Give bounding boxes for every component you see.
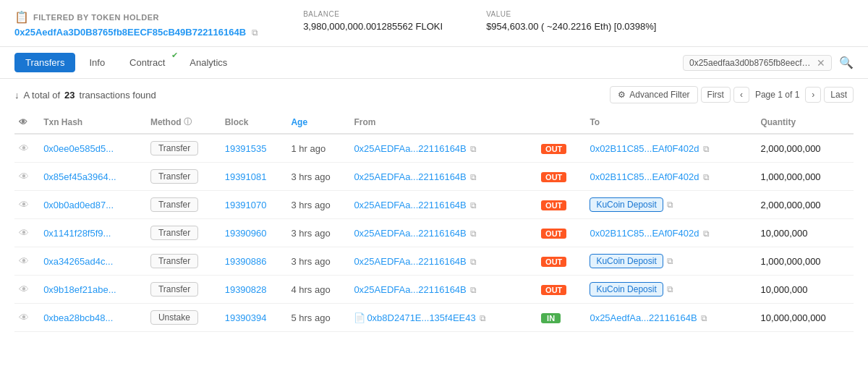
eye-button[interactable]: 👁 [19,199,29,210]
tabs-left: Transfers Info Contract ✔ Analytics [14,53,238,72]
age-text: 1 hr ago [291,143,326,154]
tab-contract[interactable]: Contract ✔ [119,53,176,72]
from-cell: 📄0xb8D2471E...135f4EE43 ⧉ [349,304,537,332]
age-text: 3 hrs ago [291,171,330,182]
copy-to-button[interactable]: ⧉ [665,256,675,266]
quantity-cell: 10,000,000,000 [756,304,854,332]
to-cell: 0x25AedfAa...22116164B ⧉ [585,304,756,332]
eye-button[interactable]: 👁 [19,142,29,154]
prev-page-button[interactable]: ‹ [733,87,749,103]
txn-hash-link[interactable]: 0xbea28bcb48... [43,312,113,323]
to-link[interactable]: 0x02B11C85...EAf0F402d [590,171,699,182]
clear-filter-button[interactable]: ✕ [817,58,825,68]
block-link[interactable]: 19390886 [225,256,267,267]
summary-suffix: transactions found [80,90,156,101]
search-button[interactable]: 🔍 [839,56,854,69]
out-badge: OUT [541,257,566,267]
block-link[interactable]: 19391070 [225,200,267,210]
txn-hash-link[interactable]: 0x0ee0e585d5... [43,143,114,154]
summary-text: ↓ A total of 23 transactions found [14,90,156,101]
copy-from-button[interactable]: ⧉ [469,257,478,267]
th-direction [537,111,585,134]
from-link[interactable]: 0xb8D2471E...135f4EE43 [367,312,475,323]
copy-to-button[interactable]: ⧉ [699,313,709,323]
quantity-value: 1,000,000,000 [760,171,820,182]
copy-to-button[interactable]: ⧉ [702,144,711,154]
copy-to-button[interactable]: ⧉ [702,172,711,182]
txn-hash-link[interactable]: 0x9b18ef21abe... [43,284,116,295]
hash-cell: 0x0ee0e585d5... [39,134,146,163]
pagination-controls: ⚙ Advanced Filter First ‹ Page 1 of 1 › … [610,86,854,103]
copy-to-button[interactable]: ⧉ [665,200,675,210]
from-link[interactable]: 0x25AEDFAa...22116164B [354,228,466,239]
eye-cell: 👁 [14,163,39,191]
copy-address-button[interactable]: ⧉ [250,27,260,38]
txn-hash-link[interactable]: 0x1141f28f5f9... [43,228,111,239]
filter-icon-small: ⚙ [618,90,626,100]
balance-value: 3,980,000,000.001285562 FLOKI [303,21,443,32]
block-cell: 19390828 [221,276,287,304]
method-cell: Transfer [146,163,221,191]
eye-button[interactable]: 👁 [19,227,29,239]
copy-from-button[interactable]: ⧉ [469,200,478,210]
eye-cell: 👁 [14,219,39,247]
block-link[interactable]: 19391535 [225,143,267,154]
method-badge: Transfer [150,197,198,212]
th-method: Method ⓘ [146,111,221,134]
to-link[interactable]: 0x02B11C85...EAf0F402d [590,143,699,154]
from-cell: 0x25AEDFAa...22116164B ⧉ [349,276,537,304]
copy-from-button[interactable]: ⧉ [469,172,478,182]
copy-from-button[interactable]: ⧉ [469,229,478,239]
table-row: 👁0x0ee0e585d5...Transfer193915351 hr ago… [14,134,854,163]
tab-info[interactable]: Info [78,53,116,72]
block-link[interactable]: 19390828 [225,284,267,295]
eye-cell: 👁 [14,134,39,163]
txn-hash-link[interactable]: 0x85ef45a3964... [43,171,116,182]
table-row: 👁0xa34265ad4c...Transfer193908863 hrs ag… [14,247,854,276]
txn-hash-link[interactable]: 0xa34265ad4c... [43,256,113,267]
page-info: Page 1 of 1 [752,90,802,100]
tab-transfers[interactable]: Transfers [14,53,75,72]
txn-hash-link[interactable]: 0x0b0ad0ed87... [43,200,114,210]
block-link[interactable]: 19390394 [225,312,267,323]
last-page-button[interactable]: Last [824,87,854,103]
block-cell: 19391070 [221,191,287,219]
age-text: 3 hrs ago [291,200,330,210]
block-link[interactable]: 19391081 [225,171,267,182]
out-badge: OUT [541,285,566,295]
address-filter-display: 0x25aedfaa3d0b8765fb8eecf8... ✕ [683,55,832,71]
from-link[interactable]: 0x25AEDFAa...22116164B [354,284,466,295]
copy-from-button[interactable]: ⧉ [469,144,478,154]
eye-button[interactable]: 👁 [19,171,29,182]
eye-button[interactable]: 👁 [19,312,29,323]
advanced-filter-button[interactable]: ⚙ Advanced Filter [610,86,697,103]
eye-button[interactable]: 👁 [19,255,29,267]
copy-from-button[interactable]: ⧉ [469,285,478,295]
age-cell: 4 hrs ago [286,276,349,304]
from-cell: 0x25AEDFAa...22116164B ⧉ [349,134,537,163]
eye-button[interactable]: 👁 [19,283,29,295]
from-link[interactable]: 0x25AEDFAa...22116164B [354,200,466,210]
eye-cell: 👁 [14,304,39,332]
from-link[interactable]: 0x25AEDFAa...22116164B [354,143,466,154]
filter-address-link[interactable]: 0x25AedfAa3D0B8765fb8EECF85cB49B72211616… [14,27,246,38]
to-link[interactable]: 0x02B11C85...EAf0F402d [590,228,699,239]
tab-analytics[interactable]: Analytics [179,53,238,72]
copy-from-button[interactable]: ⧉ [478,313,488,323]
next-page-button[interactable]: › [805,87,821,103]
direction-cell: OUT [537,134,585,163]
block-link[interactable]: 19390960 [225,228,267,239]
from-link[interactable]: 0x25AEDFAa...22116164B [354,256,466,267]
first-page-button[interactable]: First [701,87,731,103]
from-link[interactable]: 0x25AEDFAa...22116164B [354,171,466,182]
filter-section: 📋 FILTERED BY TOKEN HOLDER 0x25AedfAa3D0… [14,10,260,38]
age-cell: 3 hrs ago [286,163,349,191]
copy-to-button[interactable]: ⧉ [665,284,675,294]
quantity-cell: 10,000,000 [756,276,854,304]
copy-to-button[interactable]: ⧉ [702,229,711,239]
table-wrap: 👁 Txn Hash Method ⓘ Block Age From To Qu… [0,111,868,346]
direction-cell: OUT [537,163,585,191]
to-link[interactable]: 0x25AedfAa...22116164B [590,312,697,323]
method-help-icon: ⓘ [184,116,192,127]
value-section: VALUE $954,603.00 ( ~240.2216 Eth) [0.03… [486,10,656,32]
